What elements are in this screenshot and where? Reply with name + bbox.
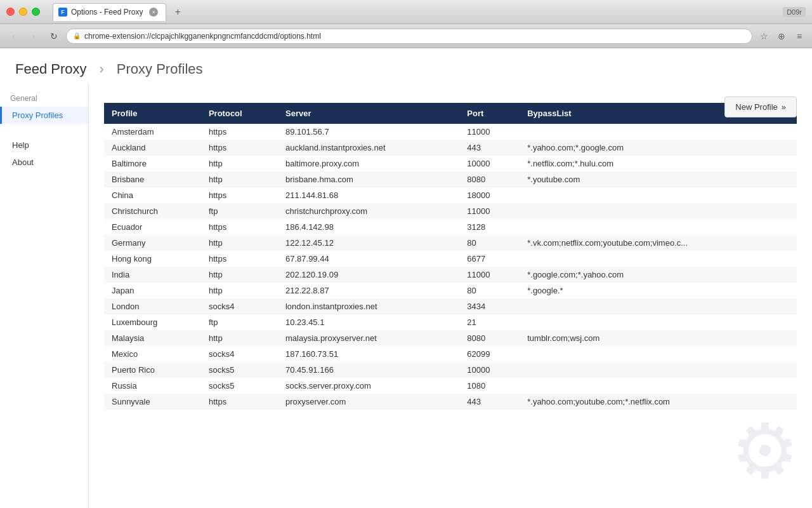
- cell-protocol: http: [201, 156, 278, 171]
- table-row[interactable]: Luxembourgftp10.23.45.121: [104, 314, 797, 330]
- forward-button[interactable]: ›: [25, 28, 42, 44]
- cell-bypass: *.yahoo.com;youtube.com;*.netflix.com: [520, 394, 797, 410]
- header-separator: ›: [100, 61, 104, 77]
- cell-server: 67.87.99.44: [278, 251, 459, 267]
- minimize-button[interactable]: [19, 8, 27, 16]
- cell-server: 186.4.142.98: [278, 219, 459, 235]
- cell-server: 122.12.45.12: [278, 235, 459, 251]
- close-button[interactable]: [6, 8, 15, 16]
- sidebar-item-help[interactable]: Help: [0, 137, 88, 154]
- address-bar[interactable]: 🔒 chrome-extension://clcpajchlkgganenkpn…: [66, 29, 752, 44]
- star-button[interactable]: ☆: [756, 29, 771, 44]
- content-area: New Profile » Profile Protocol Server Po…: [89, 84, 812, 508]
- reload-button[interactable]: ↻: [46, 28, 62, 44]
- cell-profile: Amsterdam: [104, 124, 201, 140]
- cell-protocol: socks5: [201, 362, 278, 378]
- tab-title: Options - Feed Proxy: [71, 8, 143, 17]
- cell-bypass: [520, 298, 797, 314]
- cell-protocol: https: [201, 394, 278, 410]
- cell-server: proxyserver.com: [278, 394, 459, 410]
- tab-close-button[interactable]: ×: [149, 8, 158, 17]
- table-row[interactable]: Malaysiahttpmalaysia.proxyserver.net8080…: [104, 330, 797, 346]
- cell-profile: Auckland: [104, 140, 201, 156]
- cell-protocol: http: [201, 330, 278, 346]
- cell-profile: India: [104, 267, 201, 283]
- cell-protocol: socks5: [201, 378, 278, 394]
- page: Feed Proxy › Proxy Profiles General Prox…: [0, 48, 812, 508]
- cell-profile: China: [104, 187, 201, 203]
- cell-profile: Germany: [104, 235, 201, 251]
- cell-port: 10000: [459, 362, 520, 378]
- cell-profile: Christchurch: [104, 203, 201, 219]
- cell-port: 80: [459, 283, 520, 298]
- table-row[interactable]: Russiasocks5socks.server.proxy.com1080: [104, 378, 797, 394]
- address-text: chrome-extension://clcpajchlkgganenkpngn…: [84, 32, 745, 41]
- cell-profile: Japan: [104, 283, 201, 298]
- col-server: Server: [278, 103, 459, 124]
- cell-bypass: *.vk.com;netflix.com;youtube.com;vimeo.c…: [520, 235, 797, 251]
- cell-server: 187.160.73.51: [278, 346, 459, 362]
- cell-profile: Mexico: [104, 346, 201, 362]
- cell-protocol: http: [201, 235, 278, 251]
- cell-port: 11000: [459, 124, 520, 140]
- table-row[interactable]: Mexicosocks4187.160.73.5162099: [104, 346, 797, 362]
- watermark: ⚙: [731, 407, 799, 495]
- sidebar-divider: [0, 124, 88, 137]
- cell-profile: Ecuador: [104, 219, 201, 235]
- table-row[interactable]: Indiahttp202.120.19.0911000*.google.com;…: [104, 267, 797, 283]
- table-row[interactable]: Ecuadorhttps186.4.142.983128: [104, 219, 797, 235]
- cell-protocol: http: [201, 171, 278, 187]
- menu-button[interactable]: ≡: [792, 29, 807, 44]
- cell-bypass: [520, 314, 797, 330]
- cell-protocol: ftp: [201, 203, 278, 219]
- cell-bypass: [520, 203, 797, 219]
- maximize-button[interactable]: [32, 8, 40, 16]
- cell-protocol: http: [201, 283, 278, 298]
- cell-port: 3128: [459, 219, 520, 235]
- toolbar: ‹ › ↻ 🔒 chrome-extension://clcpajchlkgga…: [0, 24, 812, 48]
- new-profile-button[interactable]: New Profile »: [724, 97, 797, 117]
- table-row[interactable]: Chinahttps211.144.81.6818000: [104, 187, 797, 203]
- table-row[interactable]: Hong konghttps67.87.99.446677: [104, 251, 797, 267]
- table-row[interactable]: Brisbanehttpbrisbane.hma.com8080*.youtub…: [104, 171, 797, 187]
- sidebar-item-about[interactable]: About: [0, 154, 88, 171]
- cell-bypass: [520, 378, 797, 394]
- sidebar: General Proxy Profiles Help About: [0, 84, 89, 508]
- cell-protocol: https: [201, 124, 278, 140]
- cell-profile: Russia: [104, 378, 201, 394]
- active-tab[interactable]: F Options - Feed Proxy ×: [53, 3, 166, 21]
- cell-port: 80: [459, 235, 520, 251]
- new-profile-arrow: »: [782, 102, 786, 112]
- table-row[interactable]: Sunnyvalehttpsproxyserver.com443*.yahoo.…: [104, 394, 797, 410]
- address-lock-icon: 🔒: [73, 32, 81, 39]
- cell-port: 62099: [459, 346, 520, 362]
- table-row[interactable]: Japanhttp212.22.8.8780*.google.*: [104, 283, 797, 298]
- table-row[interactable]: Londonsocks4london.instantproxies.net343…: [104, 298, 797, 314]
- cell-port: 443: [459, 140, 520, 156]
- table-row[interactable]: Germanyhttp122.12.45.1280*.vk.com;netfli…: [104, 235, 797, 251]
- table-row[interactable]: Christchurchftpchristchurchproxy.com1100…: [104, 203, 797, 219]
- title-bar: F Options - Feed Proxy × + D09r: [0, 0, 812, 24]
- cell-bypass: *.google.com;*.yahoo.com: [520, 267, 797, 283]
- main-layout: General Proxy Profiles Help About New Pr…: [0, 84, 812, 508]
- extensions-button[interactable]: ⊕: [774, 29, 789, 44]
- cell-server: 212.22.8.87: [278, 283, 459, 298]
- cell-server: london.instantproxies.net: [278, 298, 459, 314]
- col-profile: Profile: [104, 103, 201, 124]
- cell-bypass: *.netflix.com;*.hulu.com: [520, 156, 797, 171]
- cell-server: brisbane.hma.com: [278, 171, 459, 187]
- window-controls: [6, 8, 40, 16]
- cell-bypass: [520, 362, 797, 378]
- cell-protocol: https: [201, 219, 278, 235]
- table-row[interactable]: Baltimorehttpbaltimore.proxy.com10000*.n…: [104, 156, 797, 171]
- cell-port: 443: [459, 394, 520, 410]
- cell-bypass: *.youtube.com: [520, 171, 797, 187]
- new-tab-button[interactable]: +: [169, 3, 187, 21]
- back-button[interactable]: ‹: [5, 28, 22, 44]
- table-row[interactable]: Amsterdamhttps89.101.56.711000: [104, 124, 797, 140]
- tab-favicon: F: [58, 8, 67, 17]
- table-row[interactable]: Puerto Ricosocks570.45.91.16610000: [104, 362, 797, 378]
- table-row[interactable]: Aucklandhttpsauckland.instantproxies.net…: [104, 140, 797, 156]
- cell-port: 1080: [459, 378, 520, 394]
- sidebar-item-proxy-profiles[interactable]: Proxy Profiles: [0, 107, 88, 124]
